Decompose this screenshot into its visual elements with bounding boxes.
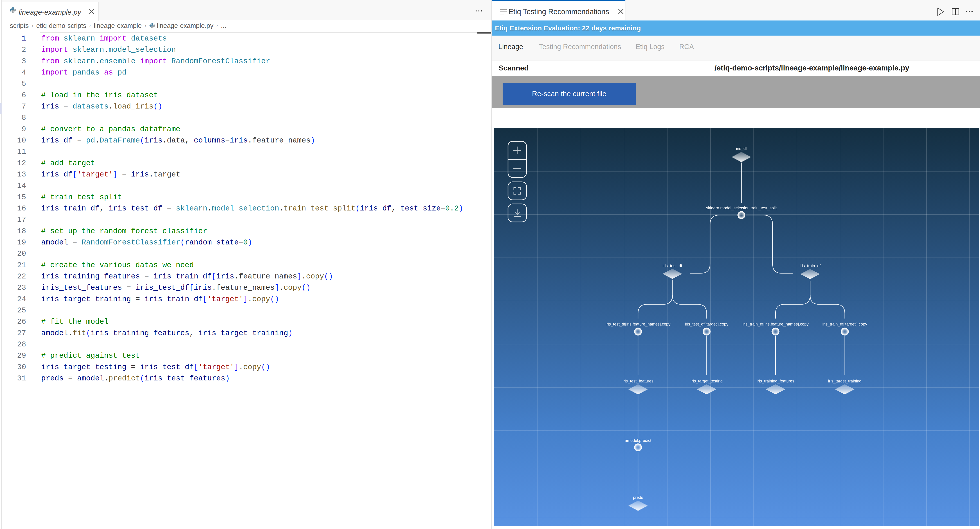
svg-text:iris_test_df: iris_test_df [663, 264, 682, 268]
svg-text:iris_target_testing: iris_target_testing [691, 379, 722, 384]
svg-text:sklearn.model_selection.train_: sklearn.model_selection.train_test_split [706, 206, 776, 210]
svg-text:iris_test_features: iris_test_features [622, 379, 653, 384]
svg-text:iris_training_features: iris_training_features [757, 379, 794, 384]
svg-text:iris_train_df[iris.feature_nam: iris_train_df[iris.feature_names].copy [743, 322, 808, 327]
svg-text:iris_target_training: iris_target_training [828, 379, 861, 384]
svg-text:amodel.predict: amodel.predict [625, 438, 651, 443]
svg-text:iris_train_df['target'].copy: iris_train_df['target'].copy [822, 322, 867, 327]
svg-text:iris_df: iris_df [736, 146, 747, 151]
svg-text:iris_test_df[iris.feature_name: iris_test_df[iris.feature_names].copy [606, 322, 670, 327]
svg-text:iris_test_df['target'].copy: iris_test_df['target'].copy [685, 322, 729, 327]
svg-text:iris_train_df: iris_train_df [800, 264, 821, 268]
svg-text:preds: preds [633, 495, 643, 500]
